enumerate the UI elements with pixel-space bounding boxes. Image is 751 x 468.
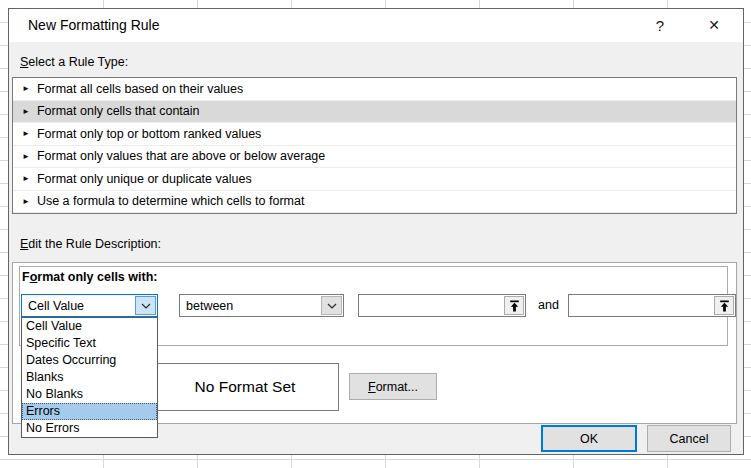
rule-type-label: Format only values that are above or bel… xyxy=(37,149,325,163)
chevron-down-icon[interactable] xyxy=(321,296,342,315)
operator-combobox[interactable]: between xyxy=(179,294,344,317)
new-formatting-rule-dialog: New Formatting Rule ? ✕ Select a Rule Ty… xyxy=(8,8,744,455)
arrow-right-icon: ► xyxy=(22,85,30,93)
format-only-cells-with-label: Format only cells with: xyxy=(22,270,157,284)
dropdown-item-errors[interactable]: Errors xyxy=(22,403,157,420)
rule-type-label: Use a formula to determine which cells t… xyxy=(37,194,304,208)
rule-type-label: Format only top or bottom ranked values xyxy=(37,127,261,141)
lower-bound-field xyxy=(358,294,526,317)
cell-value-dropdown-list: Cell Value Specific Text Dates Occurring… xyxy=(21,317,158,438)
select-rule-type-label: Select a Rule Type: xyxy=(20,55,128,69)
rule-type-label: Format only unique or duplicate values xyxy=(37,172,252,186)
chevron-down-icon[interactable] xyxy=(135,296,156,315)
upper-bound-field xyxy=(568,294,736,317)
dropdown-item[interactable]: Specific Text xyxy=(22,335,157,352)
rule-type-item[interactable]: ► Format only top or bottom ranked value… xyxy=(13,123,736,146)
rule-type-item[interactable]: ► Format all cells based on their values xyxy=(13,78,736,101)
lower-bound-input[interactable] xyxy=(359,295,506,316)
rule-type-item[interactable]: ► Format only unique or duplicate values xyxy=(13,168,736,191)
format-preview-text: No Format Set xyxy=(195,378,296,396)
arrow-right-icon: ► xyxy=(22,198,30,206)
edit-rule-description-label: Edit the Rule Description: xyxy=(20,237,161,251)
rule-type-item[interactable]: ► Format only values that are above or b… xyxy=(13,146,736,169)
dropdown-item[interactable]: No Errors xyxy=(22,420,157,437)
arrow-right-icon: ► xyxy=(22,175,30,183)
arrow-right-icon: ► xyxy=(22,130,30,138)
close-icon[interactable]: ✕ xyxy=(697,9,731,42)
cell-value-combobox[interactable]: Cell Value xyxy=(21,294,158,317)
rule-type-item[interactable]: ► Use a formula to determine which cells… xyxy=(13,191,736,214)
collapse-dialog-icon[interactable] xyxy=(504,296,524,315)
cell-value-combobox-value: Cell Value xyxy=(28,299,84,313)
format-button[interactable]: Format... xyxy=(349,373,437,400)
dialog-title: New Formatting Rule xyxy=(28,9,160,42)
rule-type-label: Format all cells based on their values xyxy=(37,82,243,96)
and-label: and xyxy=(538,298,559,312)
spreadsheet-background: New Formatting Rule ? ✕ Select a Rule Ty… xyxy=(0,0,751,468)
dropdown-item[interactable]: No Blanks xyxy=(22,386,157,403)
ok-button[interactable]: OK xyxy=(541,425,637,452)
dropdown-item[interactable]: Dates Occurring xyxy=(22,352,157,369)
rule-type-listbox: ► Format all cells based on their values… xyxy=(12,77,737,214)
dropdown-item[interactable]: Blanks xyxy=(22,369,157,386)
collapse-dialog-icon[interactable] xyxy=(714,296,734,315)
rule-type-item-selected[interactable]: ► Format only cells that contain xyxy=(13,101,736,124)
format-preview-box: No Format Set xyxy=(151,363,339,411)
dialog-titlebar[interactable]: New Formatting Rule ? ✕ xyxy=(9,9,743,42)
arrow-right-icon: ► xyxy=(22,153,30,161)
dropdown-item[interactable]: Cell Value xyxy=(22,318,157,335)
help-icon[interactable]: ? xyxy=(645,9,675,42)
operator-combobox-value: between xyxy=(186,299,233,313)
upper-bound-input[interactable] xyxy=(569,295,716,316)
rule-type-label: Format only cells that contain xyxy=(37,104,200,118)
arrow-right-icon: ► xyxy=(22,108,30,116)
cancel-button[interactable]: Cancel xyxy=(647,425,731,452)
